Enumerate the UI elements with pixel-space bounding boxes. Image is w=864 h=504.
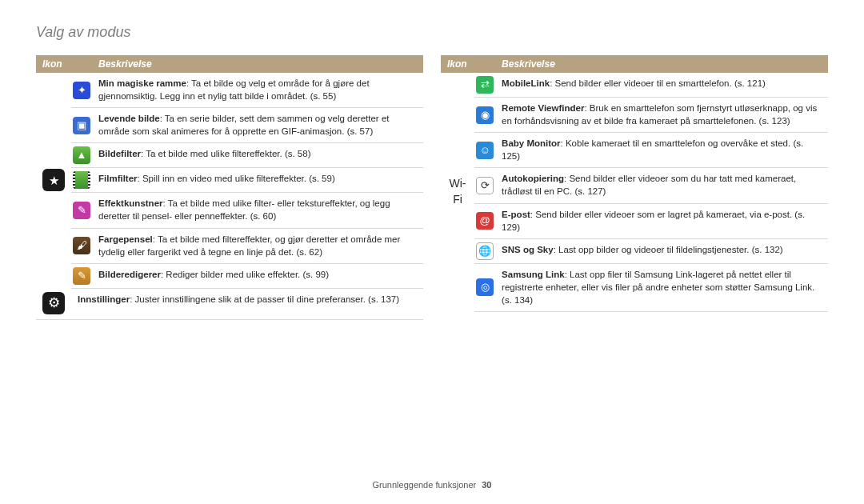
autocopy-icon: ⟳ [476, 177, 494, 194]
desc-cell: Autokopiering: Send bilder eller videoer… [495, 168, 828, 203]
desc-cell: Innstillinger: Juster innstillingene sli… [71, 288, 423, 320]
table-row: Innstillinger: Juster innstillingene sli… [36, 288, 423, 320]
effect-artist-icon: ✎ [73, 202, 90, 219]
email-icon: @ [476, 212, 494, 230]
table-row: ▣ Levende bilde: Ta en serie bilder, set… [36, 108, 423, 143]
table-row: 🌐 SNS og Sky: Last opp bilder og videoer… [441, 238, 828, 263]
desc-cell: Effektkunstner: Ta et bilde med ulike fi… [92, 193, 423, 228]
table-row: Wi-Fi ⇄ MobileLink: Send bilder eller vi… [441, 73, 828, 98]
samsung-link-icon: ◎ [476, 278, 494, 296]
right-table: Ikon Beskrivelse Wi-Fi ⇄ MobileLink: Sen… [441, 55, 828, 312]
sns-sky-icon: 🌐 [476, 242, 494, 260]
desc-cell: Samsung Link: Last opp filer til Samsung… [495, 263, 828, 311]
settings-icon [42, 292, 65, 314]
animated-photo-icon: ▣ [73, 117, 90, 134]
desc-cell: Filmfilter: Spill inn en video med ulike… [92, 168, 423, 193]
color-brush-icon: 🖌 [73, 237, 90, 254]
table-row: 🖌 Fargepensel: Ta et bilde med filtereff… [36, 228, 423, 263]
desc-cell: Bildefilter: Ta et bilde med ulike filte… [92, 143, 423, 168]
table-row: ✎ Effektkunstner: Ta et bilde med ulike … [36, 193, 423, 228]
content-columns: Ikon Beskrivelse ✦ Min magiske ramme: Ta… [36, 55, 828, 320]
table-row: ☺ Baby Monitor: Koble kameraet til en sm… [441, 133, 828, 168]
desc-cell: Bilderedigerer: Rediger bilder med ulike… [92, 263, 423, 288]
table-row: @ E-post: Send bilder eller videoer som … [441, 203, 828, 238]
page: Valg av modus Ikon Beskrivelse [0, 0, 864, 504]
desc-cell: Min magiske ramme: Ta et bilde og velg e… [92, 73, 423, 108]
magic-frame-icon: ✦ [73, 82, 90, 99]
th-desc: Beskrivelse [495, 55, 828, 73]
baby-monitor-icon: ☺ [476, 142, 494, 159]
desc-cell: Baby Monitor: Koble kameraet til en smar… [495, 133, 828, 168]
desc-cell: E-post: Send bilder eller videoer som er… [495, 203, 828, 238]
desc-cell: Levende bilde: Ta en serie bilder, sett … [92, 108, 423, 143]
wifi-category-label: Wi-Fi [450, 177, 466, 206]
page-number: 30 [482, 480, 491, 490]
th-icon: Ikon [441, 55, 495, 73]
footer-text: Grunnleggende funksjoner [373, 480, 477, 490]
remote-viewfinder-icon: ◉ [476, 106, 494, 124]
table-row: ▲ Bildefilter: Ta et bilde med ulike fil… [36, 143, 423, 168]
desc-cell: MobileLink: Send bilder eller videoer ti… [495, 73, 828, 98]
left-table: Ikon Beskrivelse ✦ Min magiske ramme: Ta… [36, 55, 423, 320]
desc-cell: SNS og Sky: Last opp bilder og videoer t… [495, 238, 828, 263]
photo-editor-icon: ✎ [73, 267, 90, 285]
movie-filter-icon [73, 171, 90, 189]
table-row: ✦ Min magiske ramme: Ta et bilde og velg… [36, 73, 423, 108]
th-desc: Beskrivelse [92, 55, 423, 73]
table-row: ◎ Samsung Link: Last opp filer til Samsu… [441, 263, 828, 311]
table-row: ✎ Bilderedigerer: Rediger bilder med uli… [36, 263, 423, 288]
category-icon-cell [36, 73, 71, 288]
page-title: Valg av modus [36, 24, 828, 41]
desc-cell: Fargepensel: Ta et bilde med filtereffek… [92, 228, 423, 263]
category-icon-cell: Wi-Fi [441, 73, 474, 312]
th-icon: Ikon [36, 55, 92, 73]
category-icon-cell [36, 288, 71, 320]
desc-cell: Remote Viewfinder: Bruk en smarttelefon … [495, 98, 828, 133]
sub-icon-cell: ✦ [71, 73, 92, 108]
magic-star-icon [42, 169, 65, 191]
footer: Grunnleggende funksjoner 30 [0, 480, 864, 490]
left-column: Ikon Beskrivelse ✦ Min magiske ramme: Ta… [36, 55, 423, 320]
right-column: Ikon Beskrivelse Wi-Fi ⇄ MobileLink: Sen… [441, 55, 828, 320]
table-row: ◉ Remote Viewfinder: Bruk en smarttelefo… [441, 98, 828, 133]
mobilelink-icon: ⇄ [476, 76, 494, 94]
table-row: ⟳ Autokopiering: Send bilder eller video… [441, 168, 828, 203]
photo-filter-icon: ▲ [73, 146, 90, 164]
table-row: Filmfilter: Spill inn en video med ulike… [36, 168, 423, 193]
